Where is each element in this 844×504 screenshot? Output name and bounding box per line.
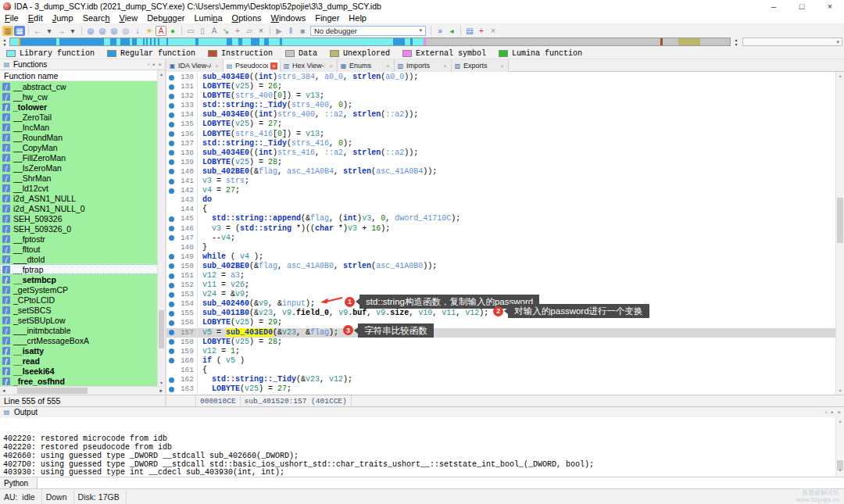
output-vertical-scrollbar[interactable]: ▴ ▾ xyxy=(835,417,844,477)
navigation-band[interactable] xyxy=(9,38,731,46)
code-line-148[interactable]: 148} xyxy=(166,243,844,252)
edit-segment-icon[interactable]: ▯ xyxy=(197,26,208,36)
function-row[interactable]: f__fltout xyxy=(0,244,165,254)
rename-icon[interactable]: A xyxy=(209,26,220,36)
menu-options[interactable]: Options xyxy=(227,13,266,23)
code-line-134[interactable]: 134sub_4034E0((int)strs_400, ::a2, strle… xyxy=(166,110,844,120)
function-row[interactable]: f_tolower xyxy=(0,102,165,112)
function-row[interactable]: f__fptostr xyxy=(0,234,165,244)
code-line-133[interactable]: 133std::string::_Tidy(strs_400, 0); xyxy=(166,101,844,110)
code-line-132[interactable]: 132LOBYTE(strs_400[0]) = v13; xyxy=(166,91,844,101)
code-line-162[interactable]: 162 std::string::_Tidy(&v23, v12); xyxy=(166,375,844,384)
code-line-130[interactable]: 130sub_4034E0((int)strs_384, a0_0, strle… xyxy=(166,73,844,82)
scroll-down-icon[interactable]: ▾ xyxy=(836,467,844,476)
scroll-down-icon[interactable]: ▾ xyxy=(158,380,165,385)
navband-left-arrows-icon[interactable]: ▴▾ xyxy=(2,38,8,47)
code-line-163[interactable]: 163 LOBYTE(v25) = 27; xyxy=(166,384,844,394)
debug-pause-icon[interactable]: ‖ xyxy=(285,26,296,36)
tab-close-icon[interactable]: × xyxy=(213,63,220,70)
function-name-column-header[interactable]: Function name xyxy=(0,70,165,81)
code-line-142[interactable]: 142v4 = 27; xyxy=(166,186,844,195)
save-icon[interactable]: ▦ xyxy=(14,26,25,36)
maximize-button[interactable]: □ xyxy=(788,0,816,13)
menu-jump[interactable]: Jump xyxy=(48,13,78,23)
forward-dropdown-icon[interactable]: ▾ xyxy=(67,26,78,36)
code-line-157[interactable]: 157v5 = sub_403ED0(&v23, &flag);3字符串比较函数 xyxy=(166,328,844,338)
function-row[interactable]: f__ld12cvt xyxy=(0,183,165,193)
debug-stop-icon[interactable]: ■ xyxy=(297,26,308,36)
function-row[interactable]: f__IsZeroMan xyxy=(0,163,165,173)
attach-process-icon[interactable]: ◂ xyxy=(446,26,457,36)
navband-zoom-select[interactable]: ▾ xyxy=(742,38,842,46)
function-row[interactable]: f__FillZeroMan xyxy=(0,152,165,163)
code-line-140[interactable]: 140sub_402BE0(&flag, asc_41A0B4, strlen(… xyxy=(166,167,844,177)
search-text-icon[interactable]: ◎ xyxy=(97,26,108,36)
breakpoint-add-icon[interactable]: + xyxy=(476,26,487,36)
menu-lumina[interactable]: Lumina xyxy=(190,13,227,23)
function-row[interactable]: f__RoundMan xyxy=(0,132,165,142)
function-row[interactable]: f_free_osfhnd xyxy=(0,376,165,386)
function-row[interactable]: f__CopyMan xyxy=(0,142,165,152)
function-row[interactable]: f_CPtoLCID xyxy=(0,295,165,305)
navband-right-arrows-icon[interactable]: ▴▾ xyxy=(733,38,739,47)
delete-icon[interactable]: × xyxy=(256,26,266,36)
function-row[interactable]: f__hw_cw xyxy=(0,91,165,102)
scrollbar-thumb[interactable] xyxy=(837,198,843,243)
jump-address-icon[interactable]: ↓ xyxy=(132,26,143,36)
menu-view[interactable]: View xyxy=(115,13,143,23)
tab-hex-view-1[interactable]: ▥Hex View-1× xyxy=(281,59,338,72)
tab-exports[interactable]: ▨Exports× xyxy=(452,59,509,72)
function-row[interactable]: fi2d_ASN1_NULL_0 xyxy=(0,203,165,213)
windows-list-icon[interactable]: ▤ xyxy=(464,26,475,36)
tab-close-icon[interactable]: × xyxy=(270,63,277,70)
code-line-160[interactable]: 160if ( v5 ) xyxy=(166,356,844,366)
debug-start-icon[interactable]: ▶ xyxy=(274,26,284,36)
functions-vertical-scrollbar[interactable]: ▴ ▾ xyxy=(157,70,165,386)
function-row[interactable]: f___crtMessageBoxA xyxy=(0,335,165,345)
tab-close-icon[interactable]: × xyxy=(327,63,334,70)
code-line-147[interactable]: 147 --v4; xyxy=(166,234,844,243)
search-again-icon[interactable]: ◎ xyxy=(120,26,131,36)
python-input[interactable] xyxy=(38,477,844,488)
tab-enums[interactable]: ▦Enums× xyxy=(338,59,395,72)
menu-finger[interactable]: Finger xyxy=(310,13,344,23)
functions-horizontal-scrollbar[interactable]: ◂ ▸ xyxy=(0,386,165,395)
scroll-left-icon[interactable]: ◂ xyxy=(2,387,5,395)
panel-float-icon[interactable]: ▪ xyxy=(831,409,833,416)
panel-close-icon[interactable]: × xyxy=(158,61,162,68)
search-binary-icon[interactable]: ◎ xyxy=(109,26,120,36)
code-line-152[interactable]: 152v11 = v26; xyxy=(166,281,844,290)
menu-search[interactable]: Search xyxy=(78,13,115,23)
code-line-137[interactable]: 137std::string::_Tidy(strs_416, 0); xyxy=(166,139,844,148)
tab-pseudocode-a[interactable]: ▤Pseudocode-A× xyxy=(224,59,281,72)
function-row[interactable]: fi2d_ASN1_NULL xyxy=(0,193,165,203)
scroll-up-icon[interactable]: ▴ xyxy=(158,71,165,77)
run-to-cursor-icon[interactable]: » xyxy=(435,26,445,36)
function-row[interactable]: f__isatty xyxy=(0,345,165,356)
function-row[interactable]: f_setSBCS xyxy=(0,305,165,315)
jump-xref-icon[interactable]: ↘ xyxy=(220,26,231,36)
function-row[interactable]: f__setmbcp xyxy=(0,274,165,284)
function-row[interactable]: f_getSystemCP xyxy=(0,284,165,295)
debugger-select[interactable]: No debugger▾ xyxy=(310,26,426,36)
code-line-151[interactable]: 151v12 = a3; xyxy=(166,271,844,281)
navigate-back-icon[interactable]: ← xyxy=(32,26,43,36)
code-line-139[interactable]: 139LOBYTE(v25) = 28; xyxy=(166,158,844,167)
code-line-144[interactable]: 144{ xyxy=(166,205,844,214)
snapshot-icon[interactable]: ▱ xyxy=(244,26,255,36)
code-line-149[interactable]: 149while ( v4 ); xyxy=(166,252,844,262)
output-log[interactable]: ▴ ▾ 402220: restored microcode from idb4… xyxy=(0,417,844,477)
code-line-159[interactable]: 159v12 = 1; xyxy=(166,347,844,356)
back-dropdown-icon[interactable]: ▾ xyxy=(44,26,55,36)
function-row[interactable]: f___initmbctable xyxy=(0,325,165,335)
scroll-right-icon[interactable]: ▸ xyxy=(159,387,163,395)
function-row[interactable]: f__read xyxy=(0,356,165,366)
scrollbar-thumb[interactable] xyxy=(159,310,164,348)
function-row[interactable]: f___dtold xyxy=(0,254,165,264)
scroll-up-icon[interactable]: ▴ xyxy=(836,73,844,79)
code-line-143[interactable]: 143do xyxy=(166,195,844,205)
menu-file[interactable]: File xyxy=(0,13,23,23)
function-row[interactable]: f__IncMan xyxy=(0,122,165,132)
scrollbar-thumb[interactable] xyxy=(17,388,88,394)
code-line-145[interactable]: 145 std::string::append(&flag, (int)v3, … xyxy=(166,214,844,223)
